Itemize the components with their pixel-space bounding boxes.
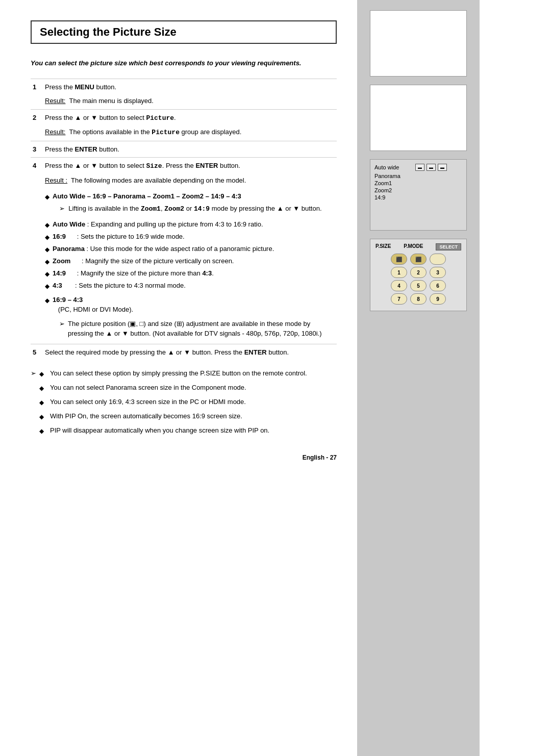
step-4-details: ◆ Auto Wide – 16:9 – Panorama – Zoom1 – …	[43, 188, 337, 344]
remote-header: P.SIZE P.MODE SELECT	[375, 243, 461, 250]
step-2-number: 2	[31, 109, 43, 126]
footer-page: 27	[330, 454, 337, 461]
note-sub-3: ◆ With PIP On, the screen automatically …	[39, 411, 307, 421]
remote-btn-3[interactable]: 3	[430, 267, 446, 278]
step-5-row: 5 Select the required mode by pressing t…	[31, 344, 337, 360]
note-text-1: You can not select Panorama screen size …	[50, 383, 246, 393]
position-note: ➢ The picture position (▣, □) and size (…	[45, 319, 335, 339]
menu-item-149: 14:9	[374, 194, 447, 200]
page-footer: English - 27	[31, 444, 337, 461]
menu-label-autowide: Auto wide	[374, 164, 415, 170]
remote-btn-8[interactable]: 8	[410, 293, 427, 305]
diamond-icon-4: ◆	[45, 257, 49, 266]
step-4-content: Press the ▲ or ▼ button to select Size. …	[43, 158, 337, 174]
main-content: Selecting the Picture Size You can selec…	[0, 0, 357, 756]
diamond-icon-3: ◆	[45, 245, 49, 254]
note-sub-2: ◆ You can select only 16:9, 4:3 screen s…	[39, 397, 307, 407]
mode-autowide: ◆ Auto Wide : Expanding and pulling up t…	[45, 219, 335, 230]
note-diamond-0: ◆	[39, 369, 44, 379]
mode-149-text: 14:9 : Magnify the size of the picture m…	[53, 268, 214, 279]
pmode-label: P.MODE	[404, 243, 423, 250]
step-5-content: Select the required mode by pressing the…	[43, 344, 337, 360]
note-text-0: You can select these option by simply pr…	[50, 368, 307, 379]
menu-item-zoom2: Zoom2	[374, 187, 447, 193]
mode-zoom-text: Zoom : Magnify the size of the picture v…	[53, 256, 234, 266]
step-3-number: 3	[31, 141, 43, 158]
remote-btn-7[interactable]: 7	[391, 293, 407, 305]
intro-text: You can select the picture size which be…	[31, 58, 337, 68]
remote-btn-1[interactable]: 1	[391, 267, 407, 278]
step-4-row: 4 Press the ▲ or ▼ button to select Size…	[31, 158, 337, 174]
mode-header-text: Auto Wide – 16:9 – Panorama – Zoom1 – Zo…	[53, 191, 241, 201]
position-note-text: The picture position (▣, □) and size (⊞)…	[68, 319, 335, 339]
icon-medium: ▬	[427, 164, 436, 171]
mode-43: ◆ 4:3 : Sets the picture to 4:3 normal m…	[45, 281, 335, 291]
footer-text: English - 27	[303, 454, 337, 461]
menu-item-autowide: Auto wide ▬ ▬ ▬	[374, 164, 447, 171]
mode-169-text: 16:9 : Sets the picture to 16:9 wide mod…	[53, 232, 185, 242]
steps-table: 1 Press the MENU button. Result: The mai…	[31, 79, 337, 361]
page-title: Selecting the Picture Size	[31, 20, 337, 44]
pc-mode-text: 16:9 – 4:3 (PC, HDMI or DVI Mode).	[53, 295, 133, 315]
mode-zoom: ◆ Zoom : Magnify the size of the picture…	[45, 256, 335, 266]
sidebar-menu-panel: Auto wide ▬ ▬ ▬ Panorama Zoom1 Zoom2	[370, 159, 467, 231]
arrow-note-icon-0: ➢	[31, 368, 36, 379]
remote-btn-5[interactable]: 5	[410, 280, 427, 291]
mode-header-list: ◆ Auto Wide – 16:9 – Panorama – Zoom1 – …	[45, 191, 335, 201]
sidebar-image-middle	[370, 85, 467, 151]
icon-tall: ▬	[438, 164, 447, 171]
diamond-icon-7: ◆	[45, 296, 49, 305]
modes-list: ◆ Auto Wide : Expanding and pulling up t…	[45, 219, 335, 291]
step-1-content: Press the MENU button.	[43, 79, 337, 95]
mode-panorama-text: Panorama : Use this mode for the wide as…	[53, 244, 274, 254]
step-2-result-row: Result: The options available in the Pic…	[31, 126, 337, 141]
note-text-2: You can select only 16:9, 4:3 screen siz…	[50, 397, 246, 407]
icon-wide: ▬	[415, 164, 424, 171]
mode-header-item: ◆ Auto Wide – 16:9 – Panorama – Zoom1 – …	[45, 191, 335, 201]
mode-169: ◆ 16:9 : Sets the picture to 16:9 wide m…	[45, 232, 335, 242]
menu-item-panorama: Panorama	[374, 173, 447, 179]
remote-btn-blank[interactable]	[430, 254, 446, 265]
pc-mode-item: ◆ 16:9 – 4:3 (PC, HDMI or DVI Mode).	[45, 295, 335, 315]
mode-149: ◆ 14:9 : Magnify the size of the picture…	[45, 268, 335, 279]
step-3-row: 3 Press the ENTER button.	[31, 141, 337, 158]
remote-btn-4[interactable]: 4	[391, 280, 407, 291]
notes-list: ➢ ◆ You can select these option by simpl…	[31, 368, 337, 440]
psize-label: P.SIZE	[375, 243, 391, 250]
arrow-right-icon-2: ➢	[59, 319, 65, 339]
remote-btn-2[interactable]: 2	[410, 267, 427, 278]
menu-label-zoom1: Zoom1	[374, 180, 415, 186]
remote-row-1: 1 2 3	[375, 267, 461, 278]
remote-btn-9[interactable]: 9	[430, 293, 446, 305]
step-1-row: 1 Press the MENU button.	[31, 79, 337, 95]
result-label-4: Result :	[45, 177, 67, 184]
note-diamond-4: ◆	[39, 426, 44, 436]
mode-panorama: ◆ Panorama : Use this mode for the wide …	[45, 244, 335, 254]
step-1-number: 1	[31, 79, 43, 95]
note-diamond-2: ◆	[39, 398, 44, 407]
result-label-1: Result:	[45, 97, 65, 105]
menu-items-col: Auto wide ▬ ▬ ▬ Panorama Zoom1 Zoom2	[374, 164, 447, 201]
arrow-right-icon: ➢	[59, 205, 65, 212]
step-2-content: Press the ▲ or ▼ button to select Pictur…	[43, 109, 337, 126]
diamond-icon: ◆	[45, 192, 49, 201]
diamond-icon-6: ◆	[45, 282, 49, 291]
note-diamond-1: ◆	[39, 384, 44, 393]
remote-btn-6[interactable]: 6	[430, 280, 446, 291]
sidebar-image-top	[370, 10, 467, 77]
remote-btn-left[interactable]: ⬛	[391, 254, 407, 265]
remote-panel: P.SIZE P.MODE SELECT ⬛ ⬛ 1 2 3 4 5 6 7 8…	[370, 239, 467, 311]
note-section: ➢ ◆ You can select these option by simpl…	[31, 368, 337, 440]
step-4-number: 4	[31, 158, 43, 174]
remote-row-3: 7 8 9	[375, 293, 461, 305]
diamond-icon-1: ◆	[45, 220, 49, 230]
menu-label-149: 14:9	[374, 194, 415, 200]
menu-icons-autowide: ▬ ▬ ▬	[415, 164, 447, 171]
note-text-3: With PIP On, the screen automatically be…	[50, 411, 242, 421]
remote-btn-nav[interactable]: ⬛	[410, 254, 427, 265]
step-4-result-row: Result : The following modes are availab…	[31, 174, 337, 189]
diamond-icon-5: ◆	[45, 269, 49, 279]
pc-mode-list: ◆ 16:9 – 4:3 (PC, HDMI or DVI Mode).	[45, 295, 335, 315]
step-4-details-row: ◆ Auto Wide – 16:9 – Panorama – Zoom1 – …	[31, 188, 337, 344]
footer-language: English	[303, 454, 324, 461]
